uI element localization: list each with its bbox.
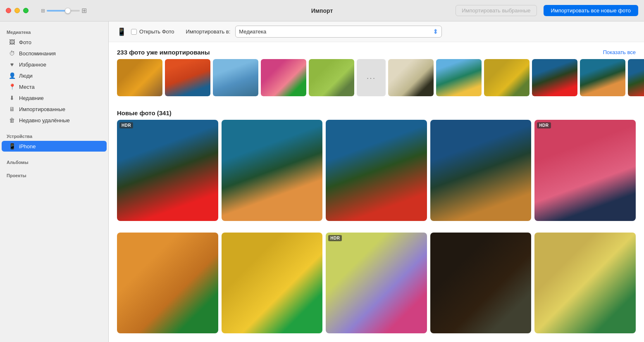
window-icon-right: ⊞: [81, 7, 87, 14]
sidebar-item-photos[interactable]: 🖼 Фото: [2, 37, 107, 48]
sidebar-item-deleted-label: Недавно удалённые: [19, 117, 70, 124]
strip-thumb-img-8: [484, 59, 530, 96]
hdr-badge-8: HDR: [328, 235, 342, 241]
minimize-button[interactable]: [14, 8, 20, 13]
select-arrows-icon: ⬍: [433, 28, 438, 36]
sidebar-item-places-label: Места: [19, 84, 35, 90]
strip-thumb-img-6: [388, 59, 434, 96]
grid-thumb-8[interactable]: HDR: [326, 233, 427, 334]
favorites-icon: ♥: [8, 61, 16, 68]
grid-thumb-2[interactable]: [222, 120, 323, 221]
zoom-slider-track[interactable]: [47, 10, 80, 12]
traffic-lights: [6, 8, 29, 13]
devices-section-label: Устройства: [0, 131, 108, 140]
import-into-label: Импортировать в:: [186, 28, 231, 35]
zoom-slider-thumb[interactable]: [65, 8, 71, 14]
sidebar-item-people-label: Люди: [19, 73, 33, 79]
sidebar-item-recent-label: Недавние: [19, 95, 44, 101]
sidebar-item-places[interactable]: 📍 Места: [2, 81, 107, 92]
imported-icon: 🖥: [8, 106, 16, 112]
import-selected-button[interactable]: Импортировать выбранные: [456, 5, 537, 16]
strip-more: ···: [357, 59, 386, 96]
strip-thumb-3[interactable]: [213, 59, 258, 96]
sidebar-item-deleted[interactable]: 🗑 Недавно удалённые: [2, 115, 107, 126]
import-destination-value: Медиатека: [239, 28, 433, 35]
grid-thumb-7[interactable]: [222, 233, 323, 334]
import-destination-select[interactable]: Медиатека ⬍: [235, 26, 442, 38]
sidebar-item-iphone-label: iPhone: [19, 143, 36, 150]
strip-thumb-img-10: [580, 59, 625, 96]
strip-thumb-4[interactable]: [261, 59, 306, 96]
hdr-badge-1: HDR: [119, 122, 133, 128]
window-title: Импорт: [311, 7, 333, 14]
already-imported-title: 233 фото уже импортированы: [117, 49, 210, 56]
new-photos-header: Новые фото (341): [109, 103, 644, 120]
strip-thumb-img-1: [117, 59, 162, 96]
grid-thumb-10[interactable]: [534, 233, 636, 334]
strip-thumb-img-4: [261, 59, 306, 96]
strip-thumb-2[interactable]: [165, 59, 210, 96]
deleted-icon: 🗑: [8, 117, 16, 124]
import-toolbar: 📱 Открыть Фото Импортировать в: Медиатек…: [109, 21, 644, 42]
open-photos-checkbox[interactable]: [131, 29, 137, 35]
library-section-label: Медиатека: [0, 26, 108, 36]
sidebar-item-recent[interactable]: ⬇ Недавние: [2, 93, 107, 103]
imported-strip: ···: [109, 59, 644, 103]
strip-thumb-img-5: [309, 59, 354, 96]
memories-icon: ⏱: [8, 50, 16, 57]
sidebar-item-memories[interactable]: ⏱ Воспоминания: [2, 48, 107, 59]
grid-thumb-9[interactable]: [430, 233, 532, 334]
more-dots: ···: [367, 73, 376, 83]
strip-thumb-img-11: [628, 59, 644, 96]
sidebar-item-favorites-label: Избранное: [19, 62, 46, 68]
strip-thumb-11[interactable]: [628, 59, 644, 96]
strip-thumb-1[interactable]: [117, 59, 162, 96]
device-icon: 📱: [117, 27, 126, 36]
strip-thumb-img-9: [532, 59, 577, 96]
photos-icon: 🖼: [8, 39, 16, 45]
grid-thumb-1[interactable]: HDR: [117, 120, 218, 221]
grid-thumb-3[interactable]: [326, 120, 427, 221]
new-photos-grid-row1: HDR HDR: [109, 120, 644, 229]
places-icon: 📍: [8, 83, 16, 90]
grid-thumb-5[interactable]: HDR: [534, 120, 636, 221]
sidebar-item-imported[interactable]: 🖥 Импортированные: [2, 104, 107, 114]
strip-thumb-7[interactable]: [436, 59, 482, 96]
maximize-button[interactable]: [23, 8, 29, 13]
sidebar-item-people[interactable]: 👤 Люди: [2, 70, 107, 81]
open-photos-label: Открыть Фото: [139, 28, 174, 35]
strip-thumb-10[interactable]: [580, 59, 625, 96]
window-icon-left: ⊞: [41, 8, 45, 14]
strip-thumb-img-7: [436, 59, 482, 96]
main-layout: Медиатека 🖼 Фото ⏱ Воспоминания ♥ Избран…: [0, 21, 644, 342]
open-photos-option: Открыть Фото: [131, 28, 174, 35]
new-photos-grid-row2: HDR: [109, 233, 644, 342]
sidebar-item-favorites[interactable]: ♥ Избранное: [2, 59, 107, 70]
strip-thumb-9[interactable]: [532, 59, 577, 96]
sidebar-item-iphone[interactable]: 📱 iPhone: [2, 141, 107, 152]
people-icon: 👤: [8, 72, 16, 79]
strip-thumb-6[interactable]: [388, 59, 434, 96]
grid-thumb-6[interactable]: [117, 233, 218, 334]
projects-section-label: Проекты: [0, 170, 108, 180]
strip-thumb-img-3: [213, 59, 258, 96]
strip-thumb-img-2: [165, 59, 210, 96]
close-button[interactable]: [6, 8, 11, 13]
content-area: 📱 Открыть Фото Импортировать в: Медиатек…: [109, 21, 644, 342]
iphone-icon: 📱: [8, 143, 16, 150]
show-all-link[interactable]: Показать все: [603, 49, 636, 55]
zoom-slider-container: ⊞ ⊞: [41, 7, 87, 14]
strip-thumb-5[interactable]: [309, 59, 354, 96]
sidebar-item-memories-label: Воспоминания: [19, 50, 56, 57]
strip-thumb-8[interactable]: [484, 59, 530, 96]
titlebar-buttons: Импортировать выбранные Импортировать вс…: [447, 5, 638, 16]
recent-icon: ⬇: [8, 95, 16, 101]
albums-section-label: Альбомы: [0, 157, 108, 166]
already-imported-header: 233 фото уже импортированы Показать все: [109, 42, 644, 59]
grid-thumb-4[interactable]: [430, 120, 532, 221]
sidebar: Медиатека 🖼 Фото ⏱ Воспоминания ♥ Избран…: [0, 21, 109, 342]
sidebar-item-photos-label: Фото: [19, 39, 31, 45]
new-photos-title: Новые фото (341): [117, 109, 172, 116]
sidebar-item-imported-label: Импортированные: [19, 106, 65, 112]
import-all-button[interactable]: Импортировать все новые фото: [544, 5, 639, 16]
